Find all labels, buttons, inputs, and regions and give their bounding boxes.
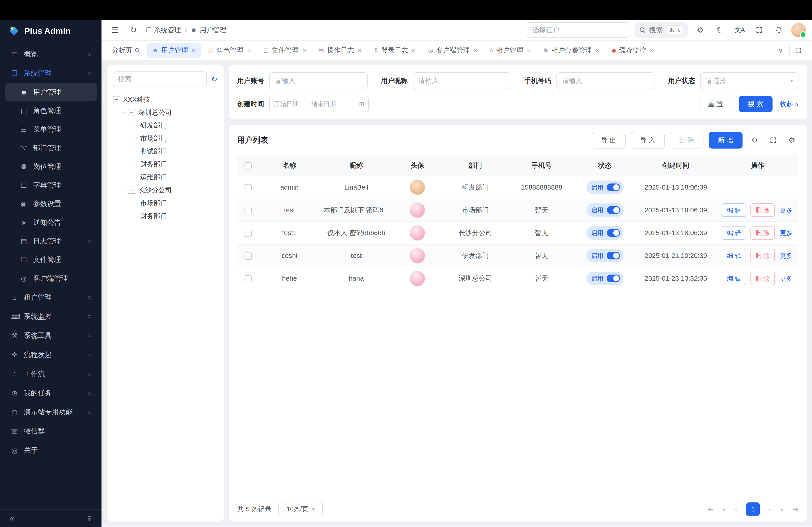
tree-leaf[interactable]: 运维部门 [134,171,217,184]
collapse-node-icon[interactable]: − [128,187,135,194]
collapse-filters-link[interactable]: 收起 ∧ [780,100,798,109]
row-checkbox[interactable] [245,207,252,214]
pin-sidebar-button[interactable]: ⚲ [84,511,95,525]
sidebar-item-role-mgmt[interactable]: ◫ 角色管理 [5,102,97,120]
edit-button[interactable]: 编 辑 [722,249,746,262]
table-refresh-icon[interactable]: ↻ [748,133,761,147]
table-row[interactable]: test 本部门及以下 密码6... 市场部门 暂无 启用 [237,199,799,222]
breadcrumb-system[interactable]: ❐ 系统管理 [146,26,181,35]
sidebar-item-wechat-group[interactable]: ☏ 微信群 [5,422,97,441]
tab-login-log[interactable]: ⠿ 登录日志 × [369,43,421,58]
tree-refresh-icon[interactable]: ↻ [211,75,217,84]
sidebar-item-dept-mgmt[interactable]: ⌥ 部门管理 [5,139,97,157]
more-button[interactable]: 更多 [779,226,793,240]
dark-mode-icon[interactable]: ☾ [712,23,727,37]
account-input[interactable] [269,72,368,89]
select-all-checkbox[interactable] [245,162,252,169]
tab-file-mgmt[interactable]: ❏ 文件管理 × [258,43,311,58]
more-button[interactable]: 更多 [779,249,793,262]
tree-node-changsha[interactable]: − 长沙分公司 [121,184,217,197]
refresh-icon[interactable]: ↻ [126,23,141,37]
tree-leaf[interactable]: 市场部门 [134,197,217,209]
export-button[interactable]: 导 出 [592,132,626,148]
close-icon[interactable]: × [412,47,416,54]
sidebar-item-tenant-mgmt[interactable]: ⌂ 租户管理 ∨ [5,288,97,307]
close-icon[interactable]: × [474,47,477,54]
table-row[interactable]: admin LinaBell 研发部门 15888888888 启用 [237,176,799,199]
page-size-select[interactable]: 10条/页 ▾ [278,502,323,516]
table-row[interactable]: ceshi test 研发部门 暂无 启用 2025-01 [237,244,799,267]
close-icon[interactable]: × [302,47,306,54]
more-button[interactable]: 更多 [779,203,793,217]
status-toggle[interactable] [607,229,620,237]
collapse-node-icon[interactable]: − [113,96,120,103]
forward-pages-button[interactable]: » [780,505,784,513]
sidebar-item-about[interactable]: ◎ 关于 [5,441,97,460]
breadcrumb-user[interactable]: ☻ 用户管理 [190,26,227,35]
status-toggle[interactable] [607,274,620,282]
tab-analysis[interactable]: 分析页 ⚲ [107,43,145,58]
tab-user-mgmt[interactable]: ☻ 用户管理 × [147,43,201,58]
phone-input[interactable] [556,72,655,89]
sidebar-item-system-tools[interactable]: ⚒ 系统工具 ∨ [5,326,97,345]
tree-leaf[interactable]: 测试部门 [134,145,217,158]
first-page-button[interactable]: ⇤ [707,505,713,513]
sidebar-item-log-mgmt[interactable]: ▤ 日志管理 ∨ [5,232,97,251]
import-button[interactable]: 导 入 [631,132,665,148]
table-row[interactable]: hehe haha 深圳总公司 暂无 启用 2025-01 [237,267,799,290]
close-icon[interactable]: × [595,47,599,54]
table-settings-icon[interactable]: ⚙ [785,133,799,147]
edit-button[interactable]: 编 辑 [722,203,746,217]
global-search-button[interactable]: 搜索 ⌘ K [634,22,688,38]
delete-button[interactable]: 删 除 [670,132,704,148]
tree-leaf[interactable]: 财务部门 [134,158,217,171]
close-icon[interactable]: × [650,47,654,54]
bell-icon[interactable] [772,23,786,37]
gear-icon[interactable]: ⚙ [693,23,707,37]
current-page-button[interactable]: 1 [746,502,760,516]
sidebar-item-param-settings[interactable]: ◉ 参数设置 [5,195,97,213]
search-button[interactable]: 搜 索 [739,96,772,112]
logo[interactable]: Plus Admin [0,20,102,42]
delete-row-button[interactable]: 删 除 [751,226,775,240]
tree-node-root[interactable]: − XXX科技 [113,93,218,106]
edit-button[interactable]: 编 辑 [722,272,746,285]
sidebar-item-system-monitor[interactable]: ⌨ 系统监控 ∨ [5,307,97,326]
table-row[interactable]: test1 仅本人 密码666666 长沙分公司 暂无 启用 [237,222,799,244]
delete-row-button[interactable]: 删 除 [751,203,775,217]
user-avatar[interactable] [791,23,806,37]
row-checkbox[interactable] [245,253,252,260]
nickname-input[interactable] [413,72,511,89]
sidebar-item-file-mgmt[interactable]: ❐ 文件管理 [5,251,97,269]
delete-row-button[interactable]: 删 除 [751,249,775,262]
close-icon[interactable]: × [192,47,195,54]
tree-leaf[interactable]: 研发部门 [134,119,217,132]
edit-button[interactable]: 编 辑 [722,226,746,240]
row-checkbox[interactable] [245,275,252,283]
tab-client-mgmt[interactable]: ◎ 客户端管理 × [423,43,482,58]
table-fullscreen-icon[interactable] [766,133,780,147]
sidebar-item-my-tasks[interactable]: ◷ 我的任务 ∨ [5,383,97,403]
reset-button[interactable]: 重 置 [698,96,733,112]
tab-role-mgmt[interactable]: ◫ 角色管理 × [203,43,256,58]
sidebar-item-system-mgmt[interactable]: ❐ 系统管理 ∧ [5,63,97,83]
created-daterange-picker[interactable]: 开始日期 → 结束日期 ⊞ [269,96,369,112]
tree-search-input[interactable] [113,72,207,87]
close-icon[interactable]: × [358,47,361,54]
sidebar-item-post-mgmt[interactable]: ⚉ 岗位管理 [5,157,97,176]
fullscreen-icon[interactable] [752,23,766,37]
sidebar-item-dict-mgmt[interactable]: ❏ 字典管理 [5,176,97,195]
back-pages-button[interactable]: « [722,505,726,513]
row-checkbox[interactable] [245,184,252,191]
tree-leaf[interactable]: 财务部门 [134,210,217,223]
sidebar-item-demo-features[interactable]: ◍ 演示站专用功能 ∨ [5,403,97,422]
status-toggle[interactable] [607,252,620,259]
sidebar-item-workflow[interactable]: ∴ 工作流 ∨ [5,364,97,383]
tenant-select-input[interactable] [527,22,629,38]
tab-cache-monitor[interactable]: ◆ 缓存监控 × [607,43,659,58]
status-toggle[interactable] [607,183,620,191]
tabs-dropdown-icon[interactable]: ∨ [772,45,789,56]
next-page-button[interactable]: › [768,505,771,513]
tab-tenant-mgmt[interactable]: ⌂ 租户管理 × [485,43,536,58]
sidebar-item-notice[interactable]: ➤ 通知公告 [5,213,97,232]
